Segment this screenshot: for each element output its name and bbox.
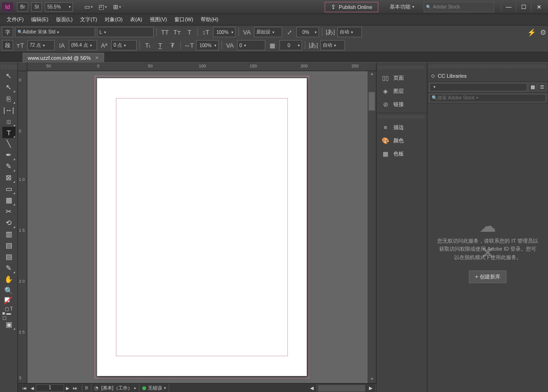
pencil-tool[interactable]: ✎ bbox=[2, 161, 16, 172]
menu-edit[interactable]: 编辑(E) bbox=[27, 14, 52, 25]
cc-grip[interactable] bbox=[429, 65, 546, 68]
track-pct-field[interactable]: 0 bbox=[279, 40, 302, 50]
panel-grip[interactable] bbox=[378, 65, 425, 69]
view-options-icon[interactable]: ⊞ bbox=[111, 2, 123, 12]
panel-stroke[interactable]: ≡描边 bbox=[376, 121, 427, 134]
page-tool[interactable]: ⎘ bbox=[2, 93, 16, 104]
panel-swatches[interactable]: ▦色板 bbox=[376, 147, 427, 160]
screen-mode-icon[interactable]: ◰ bbox=[97, 2, 109, 12]
para-label[interactable]: 段 bbox=[2, 40, 13, 50]
auto-field-2[interactable]: 自动 bbox=[320, 40, 345, 50]
cc-panel-tab[interactable]: ◇CC Libraries bbox=[427, 70, 548, 82]
bridge-button[interactable]: Br bbox=[17, 2, 28, 12]
create-library-button[interactable]: + 创建新库 bbox=[469, 270, 506, 284]
menu-window[interactable]: 窗口(W) bbox=[171, 14, 197, 25]
content-collector-tool[interactable]: ⎅ bbox=[2, 115, 16, 127]
flash-icon[interactable]: ⚡ bbox=[527, 28, 536, 37]
grid-align-icon: ▦ bbox=[267, 40, 278, 50]
type-tool[interactable]: T bbox=[2, 127, 16, 138]
scale-pct-field[interactable]: 0% bbox=[296, 27, 319, 37]
document-tab[interactable]: www.uzzf.com.indd @ 56% ✕ bbox=[23, 53, 104, 62]
pasteboard[interactable] bbox=[27, 71, 368, 383]
font-family-select[interactable]: 🔍 Adobe 宋体 Std bbox=[15, 27, 95, 37]
eyedropper-tool[interactable]: ✎ bbox=[2, 262, 16, 274]
ruler-origin[interactable] bbox=[18, 63, 27, 71]
maximize-button[interactable]: ☐ bbox=[516, 2, 531, 12]
free-transform-tool[interactable]: ⟲ bbox=[2, 217, 16, 229]
vscale-field[interactable]: 100% bbox=[213, 27, 236, 37]
list-view-icon[interactable]: ☰ bbox=[538, 83, 546, 91]
horizontal-scrollbar[interactable] bbox=[318, 385, 365, 392]
leading-field[interactable]: (86.4 点 bbox=[69, 40, 97, 50]
close-button[interactable]: ✕ bbox=[531, 2, 546, 12]
menu-view[interactable]: 视图(V) bbox=[146, 14, 171, 25]
tracking-field[interactable]: 0 bbox=[237, 40, 265, 50]
page-navigator[interactable]: ⏮◀ 1 ▶⏭ bbox=[18, 384, 82, 392]
panel-layers[interactable]: ◈图层 bbox=[376, 84, 427, 98]
font-size-field[interactable]: 72 点 bbox=[27, 40, 55, 50]
view-arrange-icon[interactable]: ▭ bbox=[82, 2, 95, 12]
menu-layout[interactable]: 版面(L) bbox=[52, 14, 76, 25]
library-select[interactable] bbox=[429, 83, 527, 91]
fill-stroke-swap[interactable] bbox=[2, 296, 16, 305]
zoom-select[interactable]: 55.5% bbox=[45, 2, 73, 12]
open-dialog-icon[interactable]: ⎘ bbox=[82, 384, 91, 392]
vertical-scrollbar[interactable]: ▴ ▾ bbox=[368, 71, 376, 383]
selection-tool[interactable]: ↖ bbox=[2, 70, 16, 82]
superscript-icon[interactable]: T bbox=[184, 27, 195, 37]
menu-object[interactable]: 对象(O) bbox=[101, 14, 126, 25]
rectangle-tool[interactable]: ▭ bbox=[2, 183, 16, 195]
grid-tool[interactable]: ▦ bbox=[2, 195, 16, 206]
direct-selection-tool[interactable]: ↖ bbox=[2, 82, 16, 93]
underline-icon[interactable]: T̲ bbox=[155, 40, 165, 50]
allcaps-icon[interactable]: TT bbox=[160, 27, 170, 37]
pen-tool[interactable]: ✒ bbox=[2, 149, 16, 161]
horizontal-ruler[interactable]: 50 0 50 100 150 200 250 bbox=[27, 63, 376, 71]
settings-icon[interactable]: ⚙ bbox=[540, 28, 546, 37]
panel-links[interactable]: ⊘链接 bbox=[376, 98, 427, 111]
menu-help[interactable]: 帮助(H) bbox=[197, 14, 222, 25]
menu-file[interactable]: 文件(F) bbox=[3, 14, 27, 25]
gradient-feather-tool[interactable]: ▤ bbox=[2, 240, 16, 251]
panel-pages[interactable]: ▯▯页面 bbox=[376, 71, 427, 84]
hand-tool[interactable]: ✋ bbox=[2, 274, 16, 285]
page[interactable] bbox=[97, 78, 307, 376]
preflight-profile[interactable]: ◔[基本]（工作）▸ bbox=[91, 384, 139, 392]
menu-table[interactable]: 表(A) bbox=[126, 14, 146, 25]
zoom-tool[interactable]: 🔍 bbox=[2, 285, 16, 296]
baseline-field[interactable]: 0 点 bbox=[111, 40, 137, 50]
default-colors-icon[interactable]: ■ ▬ ☐ bbox=[2, 312, 16, 319]
subscript-icon[interactable]: Tₜ bbox=[143, 40, 153, 50]
cc-search-field[interactable]: 🔍 搜索 Adobe Stock bbox=[429, 94, 546, 102]
note-tool[interactable]: ▤ bbox=[2, 251, 16, 262]
gap-tool[interactable]: |↔| bbox=[2, 104, 16, 115]
menu-type[interactable]: 文字(T) bbox=[76, 14, 101, 25]
gradient-swatch-tool[interactable]: ▥ bbox=[2, 229, 16, 240]
hscale-field[interactable]: 100% bbox=[196, 40, 219, 50]
char-label[interactable]: 字 bbox=[2, 27, 13, 37]
adobe-stock-search[interactable]: Adobe Stock bbox=[424, 2, 494, 12]
panel-grip-2[interactable] bbox=[378, 115, 425, 119]
vertical-ruler[interactable]: 0 5 1 0 1 5 2 0 2 5 3 bbox=[18, 71, 27, 383]
hscroll-right[interactable]: ▶ bbox=[366, 384, 376, 392]
stock-button[interactable]: St bbox=[31, 2, 42, 12]
kerning-select[interactable]: 原始设 bbox=[254, 27, 282, 37]
workspace-select[interactable]: 基本功能 bbox=[386, 2, 418, 12]
size-icon: ᴛT bbox=[15, 40, 25, 50]
preflight-status[interactable]: 无错误▾ bbox=[139, 384, 169, 392]
minimize-button[interactable]: — bbox=[501, 2, 516, 12]
grid-view-icon[interactable]: ▦ bbox=[528, 83, 537, 91]
publish-online-button[interactable]: Publish Online bbox=[325, 2, 378, 12]
auto-field-1[interactable]: 自动 bbox=[337, 27, 362, 37]
rectangle-frame-tool[interactable]: ⊠ bbox=[2, 172, 16, 183]
smallcaps-icon[interactable]: Tᴛ bbox=[172, 27, 182, 37]
strike-icon[interactable]: ₮ bbox=[167, 40, 178, 50]
panel-color[interactable]: 🎨颜色 bbox=[376, 134, 427, 147]
line-tool[interactable]: ╲ bbox=[2, 138, 16, 149]
hscroll-left[interactable]: ◀ bbox=[307, 384, 317, 392]
scissors-tool[interactable]: ✂ bbox=[2, 206, 16, 217]
page-number-field[interactable]: 1 bbox=[36, 384, 64, 392]
font-style-select[interactable]: L bbox=[97, 27, 154, 37]
tab-close-icon[interactable]: ✕ bbox=[95, 56, 99, 60]
view-mode-toggle[interactable]: ▣ bbox=[2, 319, 16, 330]
